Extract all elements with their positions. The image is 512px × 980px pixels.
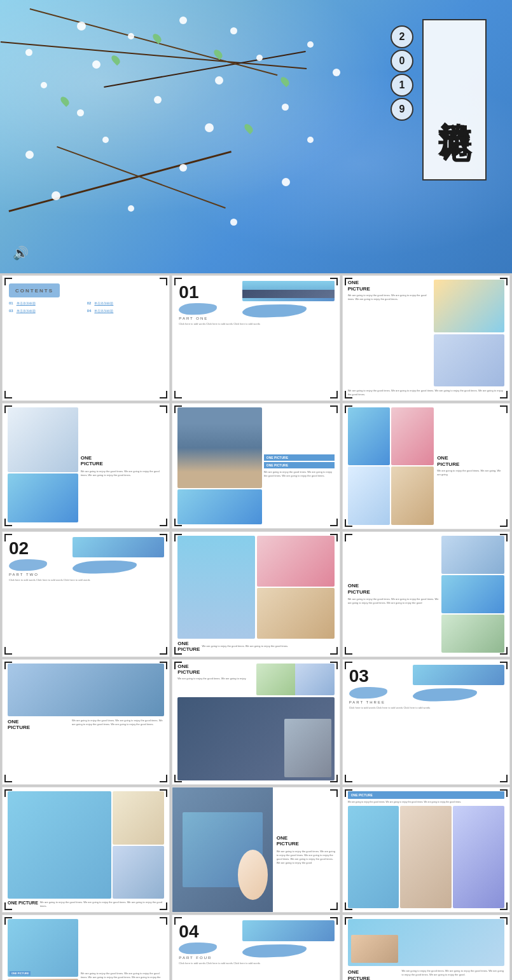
slides-grid: CONTENTS 01 单击添加标题 02 单击添加标题 03 单击添加标题 0… (0, 273, 512, 980)
slide15-text: We are going to enjoy the good times. We… (348, 801, 504, 804)
slide11-title: ONEPICTURE (177, 664, 253, 676)
slide18-title: ONEPICTURE (348, 969, 399, 980)
slide10-title: ONEPICTURE (8, 719, 69, 731)
slide-18[interactable]: ONEPICTURE We are going to enjoy the goo… (342, 915, 510, 980)
slide9-title: ONEPICTURE (348, 583, 440, 595)
slide-15[interactable]: ONE PICTURE We are going to enjoy the go… (342, 787, 510, 913)
slide4-title: ONEPICTURE (81, 455, 164, 467)
slide-9[interactable]: ONEPICTURE We are going to enjoy the goo… (342, 531, 510, 657)
slide14-text: We are going to enjoy the good times. We… (277, 850, 336, 865)
slide6-text: We are going to enjoy the good times. We… (437, 469, 504, 477)
hero-title-box: 旅游日记 (422, 19, 487, 180)
slide-4[interactable]: ONEPICTURE We are going to enjoy the goo… (2, 403, 170, 529)
contents-title: CONTENTS (15, 288, 53, 294)
volume-icon[interactable]: 🔊 (13, 245, 29, 261)
slide18-text: We are going to enjoy the good times. We… (401, 969, 504, 977)
slide-11[interactable]: ONEPICTURE We are going to enjoy the goo… (172, 659, 340, 785)
slide10-text: We are going to enjoy the good times. We… (72, 719, 164, 726)
year-digit-1: 1 (391, 74, 413, 97)
slide-part-one[interactable]: 01 PART ONE Click here to add words Clic… (172, 275, 340, 401)
slide-6[interactable]: ONEPICTURE We are going to enjoy the goo… (342, 403, 510, 529)
slide6-title: ONEPICTURE (437, 455, 504, 467)
slide-part-four[interactable]: 04 PART FOUR Click here to add words Cli… (172, 915, 340, 980)
contents-items: 01 单击添加标题 02 单击添加标题 03 单击添加标题 04 单击添加标题 (9, 301, 163, 313)
slide-8[interactable]: ONEPICTURE We are going to enjoy the goo… (172, 531, 340, 657)
slide8-text: We are going to enjoy the good times. We… (202, 644, 334, 648)
slide-contents[interactable]: CONTENTS 01 单击添加标题 02 单击添加标题 03 单击添加标题 0… (2, 275, 170, 401)
slide15-title: ONE PICTURE (351, 793, 501, 797)
slide4-text: We are going to enjoy the good times. We… (81, 470, 164, 477)
slide-16[interactable]: ONE PICTURE ONE PICTURE We are going to … (2, 915, 170, 980)
hero-title: 旅游日记 (436, 30, 473, 170)
slide3-text2: We are going to enjoy the good times. We… (348, 389, 504, 397)
hero-year: 2 0 1 9 (391, 25, 413, 121)
slide-5[interactable]: ONE PICTURE ONE PICTURE We are going to … (172, 403, 340, 529)
slide-10[interactable]: ONEPICTURE We are going to enjoy the goo… (2, 659, 170, 785)
part-two-desc: Click here to add words Click here to ad… (9, 578, 163, 582)
slide-part-three[interactable]: 03 PART THREE Click here to add words Cl… (342, 659, 510, 785)
slide-14[interactable]: ONEPICTURE We are going to enjoy the goo… (172, 787, 340, 913)
year-digit-2: 2 (391, 25, 413, 48)
slide-part-two[interactable]: 02 PART TWO Click here to add words Clic… (2, 531, 170, 657)
part-one-desc: Click here to add words Click here to ad… (179, 322, 333, 326)
slide9-text: We are going to enjoy the good times. We… (348, 597, 440, 605)
part-three-desc: Click here to add words Click here to ad… (349, 706, 503, 710)
slide14-title: ONEPICTURE (277, 835, 336, 847)
slide11-text: We are going to enjoy the good times. We… (177, 677, 253, 681)
year-digit-0a: 0 (391, 50, 413, 72)
slide5-title2: ONE PICTURE (266, 463, 332, 467)
slide-3[interactable]: ONEPICTURE We are going to enjoy the goo… (342, 275, 510, 401)
year-digit-9: 9 (391, 98, 413, 121)
slide13-text: We are going to enjoy the good times. We… (40, 901, 164, 908)
slide16-text: We are going to enjoy the good times. We… (81, 972, 164, 980)
slide3-text: We are going to enjoy the good times. We… (348, 294, 432, 301)
hero-slide: 旅游日记 2 0 1 9 🔊 (0, 0, 512, 273)
part-four-desc: Click here to add words Click here to ad… (179, 962, 333, 965)
slide13-title: ONE PICTURE (8, 901, 38, 906)
slide3-title: ONEPICTURE (348, 280, 432, 292)
slide5-title1: ONE PICTURE (266, 456, 332, 459)
slide5-text: We are going to enjoy the good times. We… (264, 470, 335, 478)
slide-13[interactable]: ONE PICTURE We are going to enjoy the go… (2, 787, 170, 913)
